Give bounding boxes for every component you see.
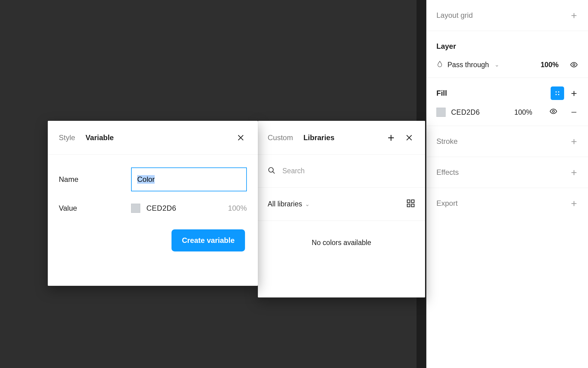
chevron-down-icon: ⌄ (495, 61, 499, 68)
svg-line-10 (273, 171, 275, 174)
variable-name-input[interactable] (137, 175, 241, 184)
svg-point-9 (269, 167, 273, 172)
svg-rect-11 (407, 200, 410, 202)
inspector-panel: Layout grid + Layer Pass through ⌄ 100% … (426, 0, 588, 368)
add-fill-button[interactable]: + (570, 87, 578, 100)
layer-visibility-toggle[interactable] (570, 60, 578, 69)
add-effect-button[interactable]: + (570, 166, 578, 179)
add-layout-grid-button[interactable]: + (570, 9, 578, 22)
variable-dialog-tabs: Style Variable (48, 121, 258, 155)
add-stroke-button[interactable]: + (570, 135, 578, 148)
tab-variable[interactable]: Variable (85, 133, 114, 142)
libraries-tabs: Custom Libraries + (258, 121, 425, 155)
libraries-panel: Custom Libraries + All libraries ⌄ No co… (258, 121, 425, 297)
section-export: Export + (427, 188, 588, 219)
libraries-empty-message: No colors available (258, 221, 425, 297)
fill-opacity-value[interactable]: 100% (514, 108, 532, 117)
section-layout-grid: Layout grid + (427, 0, 588, 31)
stroke-title: Stroke (436, 137, 458, 146)
svg-point-2 (558, 91, 559, 93)
variable-name-row: Name (59, 167, 247, 191)
layer-title: Layer (436, 42, 456, 51)
libraries-search-row (258, 155, 425, 188)
svg-point-5 (552, 110, 555, 113)
svg-point-3 (556, 94, 557, 95)
svg-point-4 (558, 94, 559, 95)
section-effects: Effects + (427, 157, 588, 188)
variable-value-opacity[interactable]: 100% (228, 204, 247, 213)
fill-hex-value[interactable]: CED2D6 (451, 108, 480, 117)
variable-name-label: Name (59, 175, 120, 184)
variable-name-input-wrapper (131, 167, 247, 191)
libraries-filter-select[interactable]: All libraries ⌄ (258, 188, 425, 221)
remove-fill-button[interactable] (570, 109, 578, 116)
section-layer: Layer Pass through ⌄ 100% (427, 31, 588, 78)
variable-value-row: Value CED2D6 100% (59, 204, 247, 213)
svg-rect-14 (412, 204, 414, 207)
libraries-filter-label: All libraries (268, 200, 302, 208)
tab-libraries[interactable]: Libraries (303, 133, 334, 142)
variable-value-label: Value (59, 204, 120, 213)
variable-value-hex[interactable]: CED2D6 (146, 204, 176, 213)
tab-style[interactable]: Style (59, 133, 75, 142)
libraries-view-toggle[interactable] (406, 199, 415, 210)
section-stroke: Stroke + (427, 126, 588, 157)
blend-mode-select[interactable]: Pass through (447, 61, 489, 69)
fill-visibility-toggle[interactable] (549, 107, 557, 117)
search-icon (268, 167, 276, 176)
layout-grid-title: Layout grid (436, 11, 473, 20)
create-variable-button[interactable]: Create variable (172, 229, 245, 251)
fill-styles-toggle[interactable] (551, 86, 564, 100)
svg-rect-13 (407, 204, 410, 207)
svg-point-0 (573, 64, 575, 66)
variable-value-swatch[interactable] (131, 204, 140, 213)
variable-dialog-close-button[interactable] (235, 132, 247, 144)
layer-opacity-value[interactable]: 100% (541, 61, 559, 69)
blend-mode-icon (436, 60, 443, 69)
tab-custom[interactable]: Custom (268, 133, 293, 142)
effects-title: Effects (436, 168, 459, 177)
libraries-close-button[interactable] (403, 132, 415, 144)
libraries-add-button[interactable]: + (388, 132, 394, 144)
fill-title: Fill (436, 89, 447, 98)
add-export-button[interactable]: + (570, 197, 578, 210)
variable-dialog: Style Variable Name Value CED2D6 100% Cr… (48, 121, 258, 286)
libraries-search-input[interactable] (282, 167, 415, 175)
svg-rect-12 (412, 200, 414, 202)
fill-swatch[interactable] (436, 108, 446, 117)
export-title: Export (436, 199, 458, 208)
chevron-down-icon: ⌄ (305, 201, 310, 208)
svg-point-1 (556, 91, 557, 93)
section-fill: Fill + CED2D6 100% (427, 78, 588, 126)
